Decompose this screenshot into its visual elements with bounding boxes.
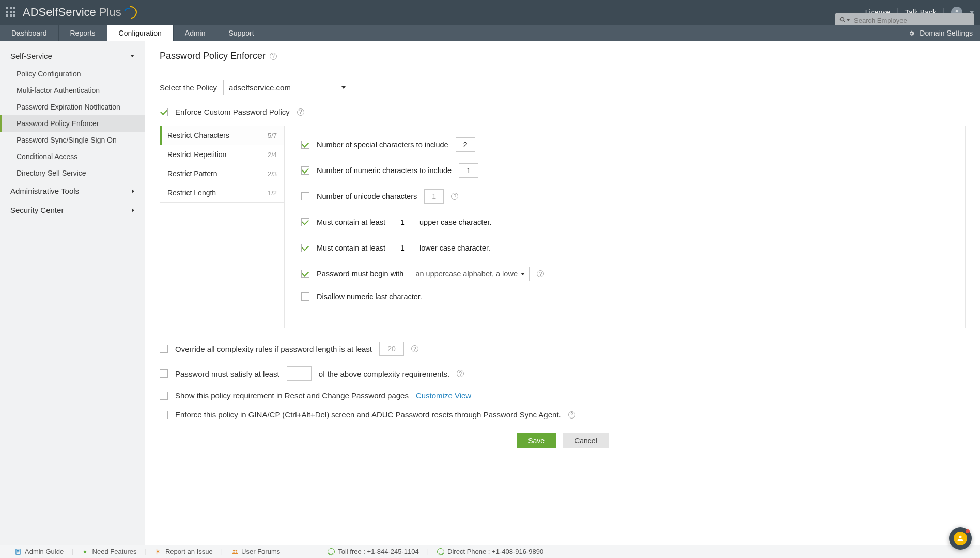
chat-avatar-icon (954, 532, 967, 545)
tab-configuration[interactable]: Configuration (107, 25, 174, 41)
chk-numeric[interactable] (301, 166, 309, 175)
help-icon[interactable]: ? (451, 193, 458, 200)
chevron-down-icon (521, 273, 525, 275)
brand-plus: Plus (99, 6, 121, 19)
button-row: Save Cancel (160, 433, 966, 448)
sidebar-head-security-center[interactable]: Security Center (0, 200, 145, 220)
sidebar-item-pwd-policy[interactable]: Password Policy Enforcer (0, 115, 145, 132)
chk-satisfy[interactable] (160, 369, 168, 378)
swirl-icon (122, 5, 137, 20)
brand-text: ADSelfService (23, 6, 96, 19)
enforce-checkbox[interactable] (160, 108, 168, 116)
search-icon (839, 16, 846, 24)
search-scope-caret-icon[interactable] (847, 19, 850, 21)
sidebar-item-mfa[interactable]: Multi-factor Authentication (0, 82, 145, 99)
vtab-restrict-rep[interactable]: Restrict Repetition 2/4 (160, 145, 284, 164)
tab-admin[interactable]: Admin (174, 25, 217, 41)
search-input[interactable] (854, 17, 974, 24)
input-override[interactable] (379, 342, 404, 356)
sidebar: Self-Service Policy Configuration Multi-… (0, 41, 145, 545)
input-unicode[interactable] (424, 189, 444, 204)
vertical-tabs: Restrict Characters 5/7 Restrict Repetit… (160, 126, 285, 328)
sidebar-item-directory-self-service[interactable]: Directory Self Service (0, 165, 145, 181)
sidebar-head-self-service[interactable]: Self-Service (0, 47, 145, 66)
chk-disallow-last[interactable] (301, 292, 309, 301)
label-begin: Password must begin with (317, 270, 403, 278)
vtab-restrict-chars[interactable]: Restrict Characters 5/7 (160, 126, 284, 145)
label-upper-post: upper case character. (419, 218, 491, 226)
chk-unicode[interactable] (301, 192, 309, 200)
restriction-body: Number of special characters to include … (285, 126, 965, 328)
label-show-policy: Show this policy requirement in Reset an… (175, 391, 409, 400)
domain-settings-button[interactable]: Domain Settings (900, 25, 980, 41)
cancel-button[interactable]: Cancel (563, 433, 609, 448)
chk-upper[interactable] (301, 218, 309, 226)
policy-select-row: Select the Policy adselfservice.com (160, 80, 966, 95)
caret-right-icon (132, 208, 134, 212)
help-icon[interactable]: ? (568, 411, 575, 419)
sidebar-head-admin-tools[interactable]: Administrative Tools (0, 181, 145, 200)
topbar: ADSelfService Plus License Talk Back (0, 0, 980, 25)
label-special: Number of special characters to include (317, 141, 448, 149)
label-gina: Enforce this policy in GINA/CP (Ctrl+Alt… (175, 410, 561, 419)
tab-dashboard[interactable]: Dashboard (0, 25, 59, 41)
enforce-label: Enforce Custom Password Policy (175, 107, 290, 116)
content-area: Password Policy Enforcer ? Select the Po… (145, 41, 980, 545)
label-lower-post: lower case character. (419, 244, 490, 252)
label-satisfy-post: of the above complexity requirements. (319, 369, 449, 378)
begin-value: an uppercase alphabet, a lowe (415, 270, 518, 278)
help-icon[interactable]: ? (411, 345, 418, 352)
input-lower[interactable] (393, 241, 412, 255)
sidebar-item-policy-config[interactable]: Policy Configuration (0, 66, 145, 82)
label-numeric: Number of numeric characters to include (317, 166, 452, 175)
chk-show-policy[interactable] (160, 392, 168, 400)
label-satisfy-pre: Password must satisfy at least (175, 369, 279, 378)
customize-view-link[interactable]: Customize View (416, 391, 471, 400)
app-launcher-icon[interactable] (6, 7, 17, 18)
brand-logo: ADSelfService Plus (23, 5, 137, 20)
sidebar-item-conditional-access[interactable]: Conditional Access (0, 148, 145, 165)
help-icon[interactable]: ? (537, 270, 544, 277)
chk-lower[interactable] (301, 244, 309, 252)
tab-reports[interactable]: Reports (59, 25, 107, 41)
main-nav: Dashboard Reports Configuration Admin Su… (0, 25, 980, 41)
begin-select[interactable]: an uppercase alphabet, a lowe (411, 267, 530, 281)
caret-down-icon (130, 55, 134, 57)
chk-override[interactable] (160, 345, 168, 353)
policy-selected-value: adselfservice.com (229, 83, 291, 92)
label-upper-pre: Must contain at least (317, 218, 385, 226)
help-icon[interactable]: ? (270, 53, 277, 60)
save-button[interactable]: Save (517, 433, 556, 448)
chk-special[interactable] (301, 141, 309, 149)
input-numeric[interactable] (459, 163, 478, 178)
lower-options: Override all complexity rules if passwor… (160, 342, 966, 419)
input-special[interactable] (456, 137, 475, 152)
tab-support[interactable]: Support (217, 25, 266, 41)
page-title: Password Policy Enforcer ? (160, 51, 966, 61)
vtab-restrict-length[interactable]: Restrict Length 1/2 (160, 183, 284, 203)
caret-right-icon (132, 189, 134, 193)
select-policy-label: Select the Policy (160, 83, 217, 92)
chk-begin[interactable] (301, 270, 309, 278)
input-upper[interactable] (393, 215, 412, 229)
label-override: Override all complexity rules if passwor… (175, 345, 372, 353)
domain-settings-label: Domain Settings (920, 29, 973, 37)
chevron-down-icon (337, 80, 350, 95)
input-satisfy[interactable] (287, 366, 312, 381)
chk-gina[interactable] (160, 411, 168, 419)
enforce-row: Enforce Custom Password Policy ? (160, 107, 966, 116)
label-unicode: Number of unicode characters (317, 192, 417, 200)
help-icon[interactable]: ? (457, 370, 464, 377)
chat-button[interactable] (949, 527, 972, 545)
label-lower-pre: Must contain at least (317, 244, 385, 252)
svg-line-1 (844, 21, 845, 22)
policy-select[interactable]: adselfservice.com (223, 80, 350, 95)
svg-point-0 (841, 18, 844, 21)
help-icon[interactable]: ? (297, 109, 304, 116)
restriction-panel: Restrict Characters 5/7 Restrict Repetit… (160, 126, 966, 328)
sidebar-item-pwd-sync[interactable]: Password Sync/Single Sign On (0, 132, 145, 148)
gear-icon (908, 29, 915, 37)
label-disallow-last: Disallow numeric last character. (317, 292, 422, 301)
vtab-restrict-pattern[interactable]: Restrict Pattern 2/3 (160, 164, 284, 183)
sidebar-item-pwd-expiry[interactable]: Password Expiration Notification (0, 99, 145, 115)
